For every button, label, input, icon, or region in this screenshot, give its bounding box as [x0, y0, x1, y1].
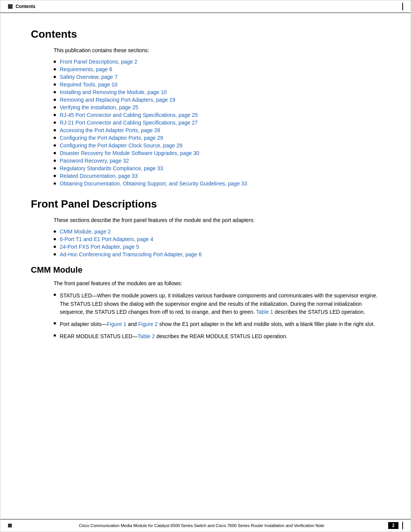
contents-link-3[interactable]: Safety Overview, page 7 — [60, 74, 118, 80]
bullet-dot — [54, 294, 56, 296]
bullet-dot — [54, 182, 56, 185]
front-panel-intro: These sections describe the front panel … — [54, 217, 380, 223]
bullet-dot — [54, 160, 56, 162]
bullet-dot — [54, 322, 56, 324]
page-wrapper: Contents Contents This publication conta… — [0, 0, 411, 532]
front-panel-link-2[interactable]: 6-Port T1 and E1 Port Adapters, page 4 — [60, 236, 153, 242]
bullet-dot — [54, 106, 56, 109]
bullet-dot — [54, 167, 56, 169]
contents-link-11[interactable]: Configuring the Port Adapter Ports, page… — [60, 135, 163, 141]
contents-link-5[interactable]: Installing and Removing the Module, page… — [60, 89, 167, 95]
contents-link-12[interactable]: Configuring the Port Adapter Clock Sourc… — [60, 142, 182, 149]
contents-list: Front Panel Descriptions, page 2 Require… — [54, 59, 380, 187]
cmm-bullet-1-text: STATUS LED—When the module powers up, it… — [60, 292, 380, 316]
list-item: Removing and Replacing Port Adapters, pa… — [54, 97, 380, 103]
cmm-bullet-2-end: show the E1 port adapter in the left and… — [158, 321, 375, 327]
cmm-heading: CMM Module — [31, 265, 380, 275]
front-panel-list: CMM Module, page 2 6-Port T1 and E1 Port… — [54, 228, 380, 257]
contents-section: Contents This publication contains these… — [31, 28, 380, 187]
list-item: RJ-21 Port Connector and Cabling Specifi… — [54, 120, 380, 126]
front-panel-heading: Front Panel Descriptions — [31, 198, 380, 210]
top-bar: Contents — [0, 0, 411, 13]
bullet-dot — [54, 137, 56, 139]
contents-link-8[interactable]: RJ-45 Port Connector and Cabling Specifi… — [60, 112, 198, 118]
list-item: 24-Port FXS Port Adapter, page 5 — [54, 244, 380, 250]
list-item: Required Tools, page 10 — [54, 81, 380, 88]
contents-link-17[interactable]: Obtaining Documentation, Obtaining Suppo… — [60, 181, 247, 187]
contents-link-15[interactable]: Regulatory Standards Compliance, page 33 — [60, 165, 163, 171]
list-item: Disaster Recovery for Module Software Up… — [54, 150, 380, 156]
bullet-dot — [54, 121, 56, 124]
bullet-dot — [54, 83, 56, 86]
contents-link-4[interactable]: Required Tools, page 10 — [60, 81, 118, 88]
cmm-intro: The front panel features of the modules … — [54, 280, 380, 286]
contents-link-1[interactable]: Front Panel Descriptions, page 2 — [60, 59, 137, 65]
front-panel-section: Front Panel Descriptions These sections … — [31, 198, 380, 257]
bullet-dot — [54, 61, 56, 63]
cmm-bullet-3-end: describes the REAR MODULE STATUS LED ope… — [155, 333, 287, 339]
list-item: Ad-Hoc Conferencing and Transcoding Port… — [54, 251, 380, 257]
contents-link-10[interactable]: Accessing the Port Adapter Ports, page 2… — [60, 127, 160, 133]
bullet-dot — [54, 68, 56, 70]
contents-link-14[interactable]: Password Recovery, page 32 — [60, 158, 129, 164]
cmm-bullet-2-mid: and — [126, 321, 138, 327]
list-item: REAR MODULE STATUS LED—Table 2 describes… — [54, 332, 380, 341]
bullet-dot — [54, 144, 56, 147]
top-bar-label: Contents — [16, 4, 35, 9]
bullet-dot — [54, 152, 56, 154]
main-content: Contents This publication contains these… — [0, 13, 411, 371]
contents-link-6[interactable]: Removing and Replacing Port Adapters, pa… — [60, 97, 175, 103]
contents-link-7[interactable]: Verifying the Installation, page 25 — [60, 104, 138, 110]
bullet-dot — [54, 230, 56, 233]
cmm-bullet-2-text: Port adapter slots—Figure 1 and Figure 2… — [60, 320, 375, 329]
contents-intro: This publication contains these sections… — [54, 47, 380, 53]
bottom-bar: Cisco Communication Media Module for Cat… — [0, 519, 411, 532]
list-item: Configuring the Port Adapter Ports, page… — [54, 135, 380, 141]
list-item: Requirements, page 6 — [54, 66, 380, 72]
table-2-link[interactable]: Table 2 — [138, 333, 155, 339]
cmm-section: CMM Module The front panel features of t… — [31, 265, 380, 340]
contents-link-13[interactable]: Disaster Recovery for Module Software Up… — [60, 150, 199, 156]
bullet-dot — [54, 76, 56, 78]
list-item: Accessing the Port Adapter Ports, page 2… — [54, 127, 380, 133]
list-item: Regulatory Standards Compliance, page 33 — [54, 165, 380, 171]
front-panel-link-1[interactable]: CMM Module, page 2 — [60, 228, 111, 235]
cmm-bullet-3-pre: REAR MODULE STATUS LED— — [60, 333, 138, 339]
bullet-dot — [54, 253, 56, 256]
list-item: STATUS LED—When the module powers up, it… — [54, 292, 380, 316]
top-bar-right-line — [402, 3, 403, 10]
cmm-bullet-2-pre: Port adapter slots— — [60, 321, 107, 327]
contents-link-16[interactable]: Related Documentation, page 33 — [60, 173, 138, 179]
figure-2-link[interactable]: Figure 2 — [138, 321, 158, 327]
front-panel-link-3[interactable]: 24-Port FXS Port Adapter, page 5 — [60, 244, 139, 250]
front-panel-link-4[interactable]: Ad-Hoc Conferencing and Transcoding Port… — [60, 251, 202, 257]
cmm-bullet-3-text: REAR MODULE STATUS LED—Table 2 describes… — [60, 332, 287, 341]
page-number: 2 — [388, 522, 398, 529]
bottom-bar-icon — [8, 524, 12, 527]
list-item: Obtaining Documentation, Obtaining Suppo… — [54, 181, 380, 187]
footer-text: Cisco Communication Media Module for Cat… — [15, 523, 388, 528]
bullet-dot — [54, 334, 56, 337]
bullet-dot — [54, 99, 56, 101]
list-item: Password Recovery, page 32 — [54, 158, 380, 164]
cmm-bullet-1-text-end: describes the STATUS LED operation. — [273, 309, 365, 315]
table-1-link[interactable]: Table 1 — [256, 309, 273, 315]
list-item: RJ-45 Port Connector and Cabling Specifi… — [54, 112, 380, 118]
bullet-dot — [54, 91, 56, 93]
top-bar-icon — [8, 4, 13, 9]
list-item: Port adapter slots—Figure 1 and Figure 2… — [54, 320, 380, 329]
bullet-dot — [54, 175, 56, 177]
list-item: Related Documentation, page 33 — [54, 173, 380, 179]
list-item: CMM Module, page 2 — [54, 228, 380, 235]
figure-1-link[interactable]: Figure 1 — [107, 321, 126, 327]
list-item: Front Panel Descriptions, page 2 — [54, 59, 380, 65]
list-item: Installing and Removing the Module, page… — [54, 89, 380, 95]
cmm-bullet-list: STATUS LED—When the module powers up, it… — [54, 292, 380, 340]
bottom-right-line — [402, 522, 403, 529]
list-item: Verifying the Installation, page 25 — [54, 104, 380, 110]
contents-link-9[interactable]: RJ-21 Port Connector and Cabling Specifi… — [60, 120, 198, 126]
list-item: 6-Port T1 and E1 Port Adapters, page 4 — [54, 236, 380, 242]
bullet-dot — [54, 246, 56, 248]
contents-link-2[interactable]: Requirements, page 6 — [60, 66, 112, 72]
bullet-dot — [54, 114, 56, 116]
